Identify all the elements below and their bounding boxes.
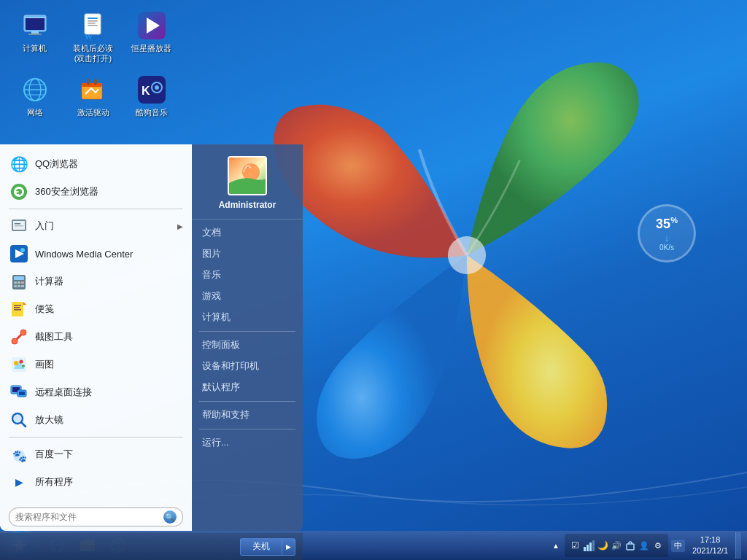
net-speed-widget: 35% ↓ 0K/s (638, 204, 696, 262)
start-menu-right-documents[interactable]: 文档 (192, 222, 303, 244)
desktop-icon-readme-label: 装机后必读(双击打开) (69, 43, 117, 64)
activate-icon (79, 75, 108, 104)
svg-text:E: E (15, 190, 20, 196)
net-speed-value: 0K/s (659, 244, 674, 252)
desktop-icon-readme[interactable]: W 装机后必读(双击打开) (66, 7, 120, 68)
start-menu-programs-list: 🌐 QQ浏览器 E 360安全浏览器 (0, 144, 192, 503)
desktop-icon-activate-label: 激活驱动 (77, 107, 109, 117)
start-menu-item-snip[interactable]: 截图工具 (0, 323, 192, 351)
start-menu-right-panel: Administrator 文档 图片 音乐 游戏 计算机 控制面板 (192, 144, 303, 531)
start-menu-right-default-programs[interactable]: 默认程序 (192, 377, 303, 398)
svg-point-52 (20, 330, 26, 335)
start-menu-right-control-panel[interactable]: 控制面板 (192, 335, 303, 356)
start-menu-right-help[interactable]: 帮助和支持 (192, 405, 303, 426)
net-arrow-icon: ↓ (665, 232, 670, 244)
svg-rect-39 (14, 276, 24, 280)
tray-user-icon[interactable]: 👤 (638, 540, 650, 551)
start-menu-item-media-center[interactable]: Windows Media Center (0, 240, 192, 268)
start-menu-right-music[interactable]: 音乐 (192, 265, 303, 286)
start-menu-item-all-programs[interactable]: ▶ 所有程序 (0, 468, 192, 496)
tray-checkbox-icon[interactable]: ☑ (569, 540, 581, 551)
svg-rect-47 (14, 305, 21, 306)
baidu-label: 百度一下 (35, 448, 183, 461)
search-button[interactable]: 🔍 (163, 510, 177, 524)
start-menu-item-remote[interactable]: 远程桌面连接 (0, 378, 192, 406)
svg-point-37 (20, 248, 25, 252)
shutdown-button[interactable]: 关机 (240, 538, 282, 556)
svg-rect-34 (15, 225, 23, 227)
tray-expand-button[interactable]: ▲ (550, 540, 562, 551)
lang-button[interactable]: 中 (671, 540, 685, 552)
start-menu-item-intro[interactable]: 入门 ▶ (0, 212, 192, 240)
show-desktop-button[interactable] (735, 532, 741, 559)
svg-rect-74 (587, 545, 589, 551)
system-tray: ☑ 🌙 🔊 � (565, 534, 668, 557)
svg-rect-20 (82, 83, 102, 87)
desktop-icon-hengxing[interactable]: 恒星播放器 (124, 7, 179, 68)
tray-network-icon2[interactable] (624, 540, 636, 551)
user-avatar[interactable] (228, 156, 267, 195)
network-icon (20, 75, 50, 104)
start-menu-item-baidu[interactable]: 🐾 百度一下 (0, 440, 192, 468)
svg-point-63 (14, 415, 21, 422)
tray-network-icon[interactable] (583, 540, 595, 551)
qq-browser-label: QQ浏览器 (35, 158, 183, 171)
start-menu-item-magnifier[interactable]: 放大镜 (0, 406, 192, 434)
tray-moon-icon[interactable]: 🌙 (597, 540, 608, 551)
svg-rect-8 (88, 20, 98, 22)
svg-rect-49 (14, 309, 21, 311)
intro-label: 入门 (35, 219, 177, 233)
start-menu-right-pictures[interactable]: 图片 (192, 244, 303, 265)
start-menu-right-devices[interactable]: 设备和打印机 (192, 356, 303, 377)
start-menu-item-360-browser[interactable]: E 360安全浏览器 (0, 178, 192, 206)
start-menu-item-paint[interactable]: 画图 (0, 351, 192, 378)
all-programs-label: 所有程序 (35, 475, 183, 489)
readme-icon: W (79, 11, 108, 40)
svg-rect-41 (18, 281, 20, 284)
sm-right-div-1 (199, 331, 295, 332)
desktop-icon-hengxing-label: 恒星播放器 (131, 43, 171, 53)
paint-label: 画图 (35, 358, 183, 371)
magnifier-label: 放大镜 (35, 413, 183, 427)
svg-point-51 (12, 338, 18, 344)
svg-text:🐾: 🐾 (12, 449, 27, 463)
calculator-label: 计算器 (35, 275, 183, 288)
desktop-icon-row-2: 网络 激活驱动 K (7, 71, 179, 121)
start-menu: 🌐 QQ浏览器 E 360安全浏览器 (0, 144, 303, 531)
start-menu-item-sticky[interactable]: 便笺 (0, 295, 192, 323)
shutdown-arrow-button[interactable]: ▶ (282, 538, 295, 556)
all-programs-icon: ▶ (9, 472, 29, 492)
start-menu-item-qq-browser[interactable]: 🌐 QQ浏览器 (0, 150, 192, 178)
shutdown-bar: 关机 ▶ (0, 532, 303, 560)
svg-rect-33 (15, 223, 20, 225)
start-menu-right-run[interactable]: 运行... (192, 432, 303, 454)
search-input[interactable] (15, 512, 163, 522)
desktop-icon-network[interactable]: 网络 (7, 71, 62, 121)
start-menu-right-games[interactable]: 游戏 (192, 286, 303, 307)
svg-rect-45 (21, 285, 24, 287)
desktop: 计算机 W 装机后必读(双击打开) (0, 0, 747, 560)
desktop-icon-computer[interactable]: 计算机 (7, 7, 62, 68)
sticky-icon (9, 299, 29, 319)
svg-rect-40 (14, 281, 17, 284)
tray-gear-icon[interactable]: ⚙ (652, 540, 664, 551)
clock-area[interactable]: 17:18 2021/12/1 (688, 534, 732, 557)
svg-rect-77 (627, 544, 634, 550)
start-menu-right-computer[interactable]: 计算机 (192, 307, 303, 328)
clock-time: 17:18 (700, 534, 721, 545)
media-center-icon (9, 244, 29, 264)
desktop-icon-activate[interactable]: 激活驱动 (66, 71, 120, 121)
sm-divider-1 (9, 209, 183, 209)
svg-point-54 (14, 361, 18, 365)
svg-rect-75 (589, 542, 592, 551)
hengxing-icon (137, 11, 166, 40)
desktop-icon-kkdog[interactable]: K 酷狗音乐 (124, 71, 179, 121)
sm-right-div-3 (199, 429, 295, 429)
tray-volume-icon[interactable]: 🔊 (611, 540, 622, 551)
svg-rect-73 (584, 547, 586, 551)
search-box[interactable]: 🔍 (9, 508, 183, 526)
svg-rect-48 (14, 307, 20, 308)
svg-rect-9 (88, 23, 96, 24)
start-menu-item-calculator[interactable]: 计算器 (0, 268, 192, 295)
svg-rect-76 (592, 540, 595, 551)
